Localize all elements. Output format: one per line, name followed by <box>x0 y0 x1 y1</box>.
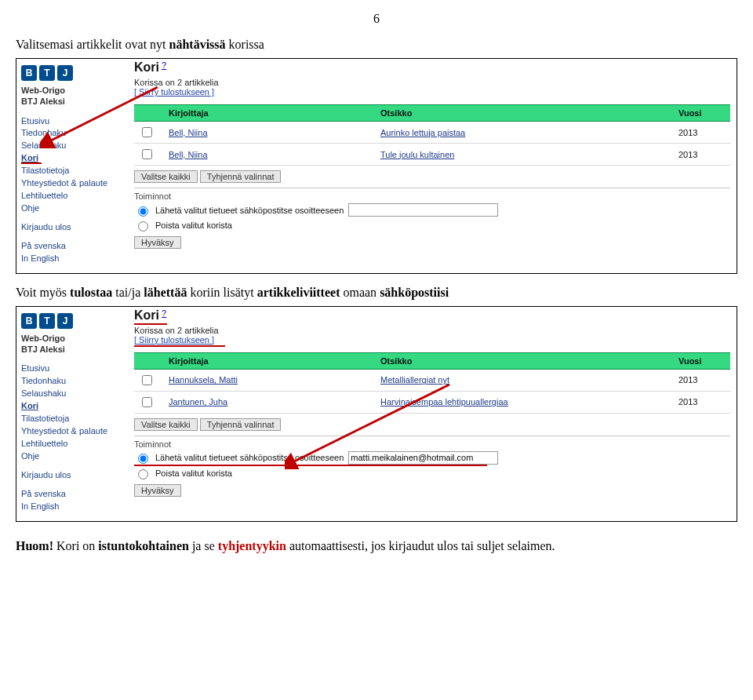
nav-kori[interactable]: Kori <box>21 400 123 413</box>
brand-line1: Web-Origo <box>21 334 65 343</box>
btj-logo: B T J <box>21 65 123 81</box>
radio-remove[interactable] <box>138 469 148 479</box>
option-remove: Poista valitut korista <box>134 219 730 232</box>
row-checkbox[interactable] <box>142 375 152 385</box>
author-link[interactable]: Hannuksela, Matti <box>169 375 238 385</box>
nav-ohje[interactable]: Ohje <box>21 450 123 463</box>
nav-english[interactable]: In English <box>21 501 123 513</box>
txt: tai/ja <box>112 286 144 299</box>
year-cell: 2013 <box>678 150 697 159</box>
row-checkbox[interactable] <box>142 397 152 407</box>
kori-heading: Kori ? <box>134 60 730 75</box>
table-row: Hannuksela, Matti Metalliallergiat nyt 2… <box>134 369 730 391</box>
title-link[interactable]: Harvinaisempaa lehtipuuallergiaa <box>380 397 508 407</box>
title-link[interactable]: Aurinko lettuja paistaa <box>380 128 465 137</box>
clear-selection-button[interactable]: Tyhjennä valinnat <box>200 418 282 431</box>
kori-title: Kori <box>134 308 159 322</box>
help-icon[interactable]: ? <box>162 60 166 70</box>
col-kirjoittaja: Kirjoittaja <box>164 105 376 122</box>
txt-bold: artikkeliviitteet <box>257 286 340 299</box>
email-input[interactable] <box>348 451 498 465</box>
txt: Kori on <box>53 539 98 552</box>
kori-countline: Korissa on 2 artikkelia <box>134 326 730 335</box>
brand-line2: BTJ Aleksi <box>21 97 65 106</box>
nav-yhteystiedot[interactable]: Yhteystiedot & palaute <box>21 425 123 438</box>
nav-tiedonhaku[interactable]: Tiedonhaku <box>21 375 123 388</box>
annotation-underline <box>134 345 225 347</box>
col-select <box>134 352 164 369</box>
cart-table: Kirjoittaja Otsikko Vuosi Hannuksela, Ma… <box>134 352 730 414</box>
nav-kirjaudu[interactable]: Kirjaudu ulos <box>21 469 123 482</box>
nav-yhteystiedot[interactable]: Yhteystiedot & palaute <box>21 177 123 190</box>
year-cell: 2013 <box>678 375 697 385</box>
txt-bold: istuntokohtainen <box>98 539 189 552</box>
submit-button[interactable]: Hyväksy <box>134 236 181 249</box>
nav-etusivu[interactable]: Etusivu <box>21 115 123 128</box>
author-link[interactable]: Bell, Niina <box>169 150 208 159</box>
txt-bold: lähettää <box>144 286 187 299</box>
table-row: Bell, Niina Tule joulu kultainen 2013 <box>134 144 730 166</box>
clear-selection-button[interactable]: Tyhjennä valinnat <box>200 170 282 183</box>
email-input[interactable] <box>348 203 498 217</box>
logo-j: J <box>57 65 73 81</box>
nav-lehtiluettelo[interactable]: Lehtiluettelo <box>21 190 123 202</box>
col-kirjoittaja: Kirjoittaja <box>164 352 376 369</box>
logo-t: T <box>39 65 55 81</box>
intro-text-1: Valitsemasi artikkelit ovat nyt nähtävis… <box>16 38 737 52</box>
nav-tilastotietoja[interactable]: Tilastotietoja <box>21 165 123 177</box>
brand-line1: Web-Origo <box>21 86 65 95</box>
sidebar-nav: Etusivu Tiedonhaku Selaushaku Kori Tilas… <box>21 115 123 265</box>
remove-label: Poista valitut korista <box>155 221 232 230</box>
row-checkbox[interactable] <box>142 127 152 137</box>
nav-svenska[interactable]: På svenska <box>21 488 123 501</box>
col-otsikko: Otsikko <box>376 352 674 369</box>
select-all-button[interactable]: Valitse kaikki <box>134 418 198 431</box>
annotation-underline <box>21 162 42 164</box>
radio-send[interactable] <box>138 206 148 217</box>
action-bar: Valitse kaikki Tyhjennä valinnat <box>134 170 730 183</box>
screenshot-box-2: B T J Web-Origo BTJ Aleksi Etusivu Tiedo… <box>16 306 737 522</box>
intro-text-2: Voit myös tulostaa tai/ja lähettää korii… <box>16 286 737 300</box>
row-checkbox[interactable] <box>142 149 152 159</box>
nav-svenska[interactable]: På svenska <box>21 240 123 253</box>
nav-etusivu[interactable]: Etusivu <box>21 363 123 375</box>
option-remove: Poista valitut korista <box>134 467 730 479</box>
nav-english[interactable]: In English <box>21 253 123 265</box>
brand-line2: BTJ Aleksi <box>21 345 65 354</box>
year-cell: 2013 <box>678 128 697 137</box>
nav-selaushaku[interactable]: Selaushaku <box>21 140 123 152</box>
main-pane: Kori ? Korissa on 2 artikkelia [ Siirry … <box>128 59 737 273</box>
logo-b: B <box>21 65 37 81</box>
siirry-tulostukseen-link[interactable]: [ Siirry tulostukseen ] <box>134 87 214 97</box>
sidebar: B T J Web-Origo BTJ Aleksi Etusivu Tiedo… <box>16 307 128 521</box>
select-all-button[interactable]: Valitse kaikki <box>134 170 198 183</box>
toiminnot-block: Toiminnot Lähetä valitut tietueet sähköp… <box>134 436 730 497</box>
nav-tiedonhaku[interactable]: Tiedonhaku <box>21 127 123 140</box>
page-number: 6 <box>16 12 737 26</box>
author-link[interactable]: Bell, Niina <box>169 128 208 137</box>
nav-selaushaku[interactable]: Selaushaku <box>21 388 123 400</box>
txt: koriin lisätyt <box>187 286 256 299</box>
radio-remove[interactable] <box>138 221 148 232</box>
toiminnot-block: Toiminnot Lähetä valitut tietueet sähköp… <box>134 188 730 249</box>
radio-send[interactable] <box>138 454 148 464</box>
help-icon[interactable]: ? <box>162 308 166 318</box>
nav-lehtiluettelo[interactable]: Lehtiluettelo <box>21 438 123 450</box>
btj-logo: B T J <box>21 313 123 329</box>
send-label: Lähetä valitut tietueet sähköpostitse os… <box>155 453 344 462</box>
author-link[interactable]: Jantunen, Juha <box>169 397 227 407</box>
option-send-email: Lähetä valitut tietueet sähköpostitse os… <box>134 451 730 465</box>
txt-red: tyhjentyykin <box>218 539 286 552</box>
nav-ohje[interactable]: Ohje <box>21 202 123 215</box>
brand-lines: Web-Origo BTJ Aleksi <box>21 86 123 108</box>
kori-heading: Kori ? <box>134 308 730 323</box>
action-bar: Valitse kaikki Tyhjennä valinnat <box>134 418 730 431</box>
nav-kirjaudu[interactable]: Kirjaudu ulos <box>21 221 123 234</box>
year-cell: 2013 <box>678 397 697 407</box>
title-link[interactable]: Metalliallergiat nyt <box>380 375 449 385</box>
siirry-tulostukseen-link[interactable]: [ Siirry tulostukseen ] <box>134 335 214 345</box>
txt-bold: Huom! <box>16 539 53 552</box>
title-link[interactable]: Tule joulu kultainen <box>380 150 454 159</box>
submit-button[interactable]: Hyväksy <box>134 484 181 497</box>
nav-tilastotietoja[interactable]: Tilastotietoja <box>21 413 123 425</box>
